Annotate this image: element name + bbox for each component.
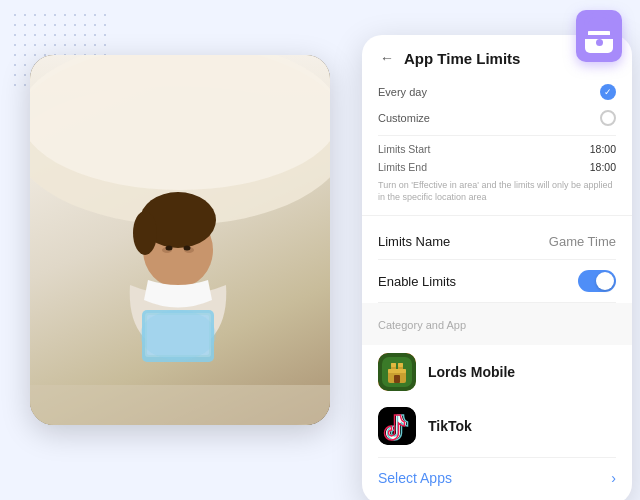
toggle-knob (596, 272, 614, 290)
photo-card (30, 55, 330, 425)
lords-mobile-icon (378, 353, 416, 391)
lock-icon (576, 10, 622, 62)
limits-name-value: Game Time (549, 234, 616, 249)
enable-limits-row: Enable Limits (378, 260, 616, 303)
limits-end-label: Limits End (378, 161, 427, 173)
svg-rect-20 (398, 363, 403, 367)
photo-background (30, 55, 330, 425)
limits-start-value: 18:00 (590, 143, 616, 155)
svg-point-4 (133, 211, 157, 255)
select-apps-row[interactable]: Select Apps › (378, 457, 616, 490)
panel-title: App Time Limits (404, 50, 520, 67)
enable-limits-label: Enable Limits (378, 274, 456, 289)
divider-1 (378, 135, 616, 136)
back-button[interactable]: ← (378, 49, 396, 67)
svg-point-7 (166, 246, 173, 251)
location-note: Turn on 'Effective in area' and the limi… (378, 180, 616, 203)
limits-name-label: Limits Name (378, 234, 450, 249)
svg-point-12 (140, 310, 216, 360)
svg-point-8 (184, 246, 191, 251)
svg-rect-21 (388, 369, 406, 373)
list-item[interactable]: TikTok (378, 399, 616, 453)
every-day-check (600, 84, 616, 100)
lock-body (585, 31, 613, 53)
select-apps-chevron-icon: › (611, 470, 616, 486)
customize-radio (600, 110, 616, 126)
limits-name-row: Limits Name Game Time (378, 230, 616, 260)
lock-icon-wrapper (576, 10, 622, 62)
lords-mobile-label: Lords Mobile (428, 364, 515, 380)
limits-end-value: 18:00 (590, 161, 616, 173)
app-panel: ← App Time Limits Every day Customize Li… (362, 35, 632, 500)
limits-end-row: Limits End 18:00 (378, 158, 616, 176)
list-item[interactable]: Lords Mobile (378, 345, 616, 399)
lock-hole (596, 39, 603, 46)
svg-rect-19 (391, 363, 396, 367)
svg-point-1 (30, 55, 330, 190)
svg-rect-13 (30, 385, 330, 425)
select-apps-label: Select Apps (378, 470, 452, 486)
customize-row[interactable]: Customize (378, 105, 616, 131)
svg-rect-22 (394, 375, 400, 383)
panel-top-section: ← App Time Limits Every day Customize Li… (362, 35, 632, 216)
customize-label: Customize (378, 112, 430, 124)
every-day-row[interactable]: Every day (378, 79, 616, 105)
panel-bottom-section: Limits Name Game Time Enable Limits Cate… (362, 216, 632, 500)
every-day-label: Every day (378, 86, 427, 98)
category-label: Category and App (378, 309, 616, 339)
tiktok-label: TikTok (428, 418, 472, 434)
limits-start-row: Limits Start 18:00 (378, 140, 616, 158)
limits-start-label: Limits Start (378, 143, 431, 155)
child-illustration (30, 55, 330, 425)
enable-limits-toggle[interactable] (578, 270, 616, 292)
tiktok-icon (378, 407, 416, 445)
category-section: Category and App (362, 303, 632, 345)
